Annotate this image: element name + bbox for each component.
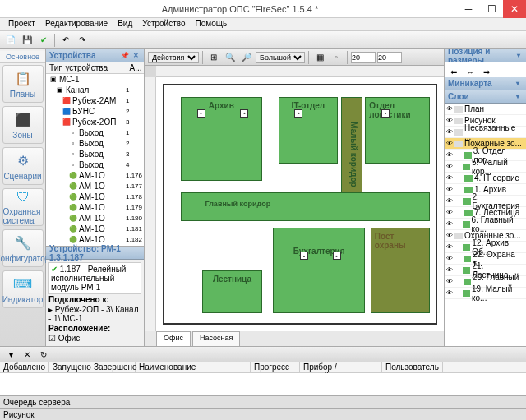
shield-icon: 🛡 [14, 189, 32, 205]
device-marker[interactable]: ▪ [300, 252, 308, 260]
tree-row[interactable]: 🟢АМ-1О1.176 [46, 170, 144, 181]
room-stair[interactable]: Лестница [202, 270, 262, 313]
redo-icon[interactable]: ↷ [75, 33, 90, 48]
grid-icon[interactable]: ▦ [312, 50, 327, 65]
canvas-tabs: Офис Насосная [145, 331, 444, 346]
tree-row[interactable]: ▫Выход4 [46, 159, 144, 170]
right-panels: Позиция и размеры▾ ⬅ ↔ ➡ Миникарта▾ Слои… [444, 49, 526, 346]
room-logistics[interactable]: Отдел логистики [365, 97, 430, 164]
device-marker[interactable]: ▪ [294, 109, 302, 118]
layer-row[interactable]: 👁План [445, 104, 526, 115]
maximize-button[interactable]: ☐ [480, 0, 503, 18]
close-button[interactable]: ✕ [503, 0, 526, 18]
nav-zones[interactable]: ⬛Зоны [2, 106, 44, 144]
statusbar: Очередь сервера [0, 395, 526, 408]
devices-header: Устройства 📌 ✕ [46, 49, 144, 62]
align-right-icon[interactable]: ➡ [479, 64, 494, 77]
tree-row[interactable]: ▫Выход1 [46, 127, 144, 138]
nav-indicator[interactable]: ⌨Индикатор [2, 270, 44, 308]
tree-row[interactable]: 🟥Рубеж-2ОП3 [46, 117, 144, 127]
bottom-columns: Добавлено Запущено Завершено Наименовани… [0, 362, 526, 373]
layer-row[interactable]: 👁2. Бухгалтерия [445, 196, 526, 207]
statusbar2: Рисунок [0, 408, 526, 420]
grid-x-input[interactable] [351, 52, 376, 63]
nav-plans[interactable]: 📋Планы [2, 65, 44, 103]
new-icon[interactable]: 📄 [3, 33, 18, 48]
grid-y-input[interactable] [377, 52, 402, 63]
nav-config[interactable]: 🔧Конфигуратор [2, 229, 44, 267]
fit-icon[interactable]: ⊞ [206, 50, 221, 65]
collapse-icon[interactable]: ▾ [513, 92, 523, 102]
device-info: Устройство: РМ-1 1.3.1.187 ✔ 1.187 - Рел… [46, 246, 144, 346]
tree-row[interactable]: ▣Канал1 [46, 85, 144, 95]
tab-pump[interactable]: Насосная [192, 331, 240, 346]
room-archive[interactable]: Архив [181, 97, 262, 180]
check-icon[interactable]: ✔ [36, 33, 51, 48]
layers-list[interactable]: 👁План👁Рисунок👁Несвязанные ...👁Пожарные з… [445, 104, 526, 346]
room-it[interactable]: IT-отдел [279, 97, 339, 164]
tree-row[interactable]: 🟢АМ-1О1.178 [46, 192, 144, 202]
menu-item[interactable]: Редактирование [40, 18, 113, 30]
layer-row[interactable]: 👁6. Главный ко... [445, 219, 526, 230]
room-guard[interactable]: Пост охраны [371, 228, 431, 313]
tree-row[interactable]: ▫Выход3 [46, 149, 144, 159]
nav-security[interactable]: 🛡Охранная система [2, 188, 44, 226]
device-tree[interactable]: ▣MC-1▣Канал1🟥Рубеж-2АМ1🟦БУНС2🟥Рубеж-2ОП3… [46, 74, 144, 246]
zoomin-icon[interactable]: 🔍 [223, 50, 238, 65]
plans-icon: 📋 [14, 70, 32, 88]
nav-scenarios[interactable]: ⚙Сценарии [2, 147, 44, 185]
refresh-icon[interactable]: ↻ [36, 347, 51, 362]
bottom-toolbar: ▾ ✕ ↻ [0, 347, 526, 362]
action-select[interactable]: Действия [148, 52, 199, 63]
tree-row[interactable]: ▫Выход2 [46, 138, 144, 149]
layer-row[interactable]: 👁Несвязанные ... [445, 127, 526, 138]
minimize-button[interactable]: ─ [457, 0, 480, 18]
status-queue: Очередь сервера [3, 398, 70, 407]
align-center-icon[interactable]: ↔ [463, 64, 478, 77]
window-title: Администратор ОПС "FireSec" 1.5.4 * [23, 4, 457, 14]
ruler-top [156, 66, 444, 77]
menu-item[interactable]: Помощь [191, 18, 233, 30]
canvas-toolbar: Действия ⊞ 🔍 🔎 Большой ▦ ▫ [145, 49, 444, 66]
save-icon[interactable]: 💾 [20, 33, 35, 48]
tree-row[interactable]: 🟢АМ-1О1.181 [46, 224, 144, 234]
menu-item[interactable]: Вид [113, 18, 137, 30]
nav-sidebar: Основное 📋Планы ⬛Зоны ⚙Сценарии 🛡Охранна… [0, 49, 46, 346]
room-accounting[interactable]: Бухгалтерия [273, 228, 365, 313]
tree-row[interactable]: 🟢АМ-1О1.180 [46, 213, 144, 224]
zoomout-icon[interactable]: 🔎 [239, 50, 254, 65]
panel-close-icon[interactable]: ✕ [131, 51, 141, 61]
keyboard-icon: ⌨ [14, 275, 32, 293]
delete-icon[interactable]: ✕ [20, 347, 35, 362]
align-left-icon[interactable]: ⬅ [446, 64, 461, 77]
zoom-select[interactable]: Большой [256, 52, 305, 63]
device-marker[interactable]: ▪ [240, 109, 248, 118]
tree-row[interactable]: 🟢АМ-1О1.179 [46, 202, 144, 213]
menu-item[interactable]: Проект [3, 18, 40, 30]
undo-icon[interactable]: ↶ [58, 33, 73, 48]
device-marker[interactable]: ▪ [197, 109, 205, 118]
gear-icon: ⚙ [14, 152, 32, 170]
collapse-icon[interactable]: ▾ [514, 51, 523, 61]
layer-row[interactable]: 👁5. Малый кор... [445, 161, 526, 173]
tab-office[interactable]: Офис [156, 331, 191, 346]
ruler-left [145, 77, 156, 331]
device-marker[interactable]: ▪ [333, 252, 341, 260]
filter-icon[interactable]: ▾ [3, 347, 18, 362]
layer-row[interactable]: 👁19. Малый ко... [445, 288, 526, 299]
tree-row[interactable]: 🟦БУНС2 [46, 106, 144, 117]
layer-row[interactable]: 👁4. IT сервис [445, 173, 526, 184]
tree-row[interactable]: 🟢АМ-1О1.177 [46, 181, 144, 192]
layers-header: Слои▾ [445, 90, 526, 104]
main-toolbar: 📄 💾 ✔ ↶ ↷ [0, 31, 526, 49]
menu-item[interactable]: Устройство [137, 18, 190, 30]
floor-plan[interactable]: Архив IT-отдел Отдел логистики Малый кор… [156, 77, 444, 331]
menubar: Проект Редактирование Вид Устройство Пом… [0, 18, 526, 31]
wrench-icon: 🔧 [14, 234, 32, 252]
panel-pin-icon[interactable]: 📌 [120, 51, 130, 61]
tree-row[interactable]: ▣MC-1 [46, 74, 144, 85]
tree-row[interactable]: 🟥Рубеж-2АМ1 [46, 95, 144, 106]
device-marker[interactable]: ▪ [381, 109, 390, 118]
collapse-icon[interactable]: ▾ [513, 79, 523, 89]
snap-icon[interactable]: ▫ [329, 50, 344, 65]
